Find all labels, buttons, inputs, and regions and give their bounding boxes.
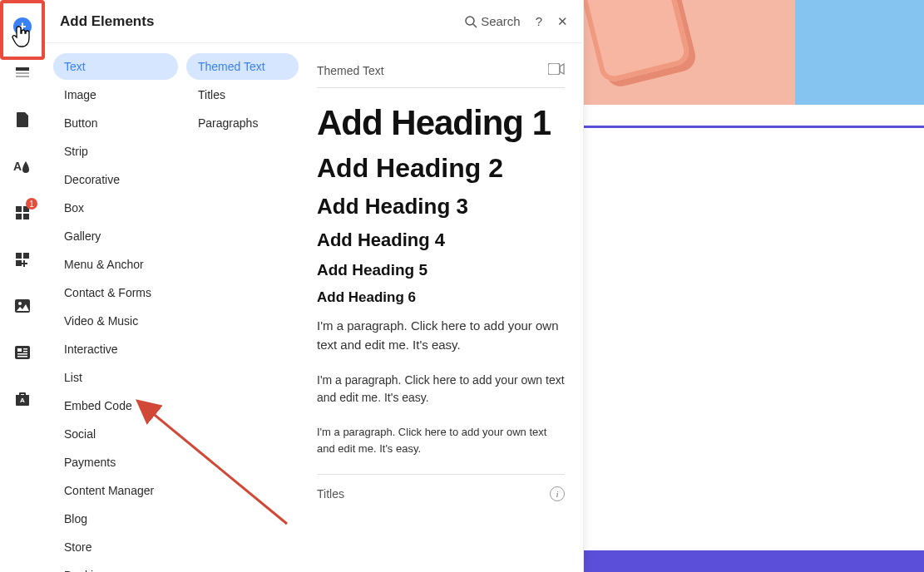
pages-icon[interactable]	[12, 110, 32, 130]
category-item-bookings[interactable]: Bookings	[53, 562, 178, 572]
search-button[interactable]: Search	[464, 14, 521, 28]
section-header-titles: Titles i	[317, 474, 565, 510]
pointer-cursor-icon	[12, 25, 32, 50]
device-mockup	[577, 0, 692, 84]
category-item-menu-anchor[interactable]: Menu & Anchor	[53, 251, 178, 278]
svg-text:A: A	[20, 397, 25, 404]
category-item-video-music[interactable]: Video & Music	[53, 308, 178, 334]
svg-rect-6	[16, 214, 22, 219]
content-icon[interactable]	[12, 343, 32, 362]
hero-strip	[584, 0, 924, 105]
svg-rect-14	[17, 353, 27, 355]
heading-1-sample[interactable]: Add Heading 1	[317, 103, 565, 143]
svg-rect-15	[17, 356, 27, 358]
svg-rect-7	[23, 214, 29, 219]
svg-rect-2	[16, 76, 29, 77]
heading-6-sample[interactable]: Add Heading 6	[317, 289, 565, 306]
paragraph-sample-3[interactable]: I'm a paragraph. Click here to add your …	[317, 424, 565, 457]
category-item-image[interactable]: Image	[53, 81, 178, 108]
search-icon	[464, 15, 477, 28]
svg-point-9	[18, 302, 22, 305]
info-icon[interactable]: i	[550, 486, 565, 501]
heading-2-sample[interactable]: Add Heading 2	[317, 153, 565, 184]
video-icon[interactable]	[548, 63, 565, 77]
editor-canvas	[584, 0, 924, 572]
media-icon[interactable]	[12, 296, 32, 316]
category-item-gallery[interactable]: Gallery	[53, 223, 178, 249]
category-item-store[interactable]: Store	[53, 534, 178, 560]
paragraph-sample-2[interactable]: I'm a paragraph. Click here to add your …	[317, 372, 565, 407]
svg-rect-10	[15, 346, 30, 359]
footer-bar	[584, 550, 924, 572]
svg-rect-13	[23, 351, 27, 353]
subcategory-column: Themed TextTitlesParagraphs	[178, 43, 299, 572]
category-item-social[interactable]: Social	[53, 421, 178, 447]
svg-rect-1	[16, 72, 29, 74]
category-item-embed-code[interactable]: Embed Code	[53, 392, 178, 419]
svg-point-17	[466, 17, 474, 25]
section-label: Titles	[317, 487, 344, 500]
subcategory-item-titles[interactable]: Titles	[186, 81, 299, 108]
category-item-blog[interactable]: Blog	[53, 505, 178, 532]
category-column: TextImageButtonStripDecorativeBoxGallery…	[45, 43, 178, 572]
add-apps-icon[interactable]	[12, 249, 32, 269]
app-market-icon[interactable]: 1	[12, 203, 32, 223]
category-item-button[interactable]: Button	[53, 110, 178, 136]
section-header-themed-text: Themed Text	[317, 55, 565, 88]
preview-column: Themed Text Add Heading 1 Add Heading 2 …	[299, 43, 583, 572]
section-label: Themed Text	[317, 64, 384, 77]
badge: 1	[26, 198, 37, 210]
category-item-payments[interactable]: Payments	[53, 449, 178, 476]
svg-rect-12	[23, 348, 27, 350]
category-item-decorative[interactable]: Decorative	[53, 166, 178, 193]
category-item-contact-forms[interactable]: Contact & Forms	[53, 279, 178, 306]
close-button[interactable]: ✕	[557, 14, 568, 29]
left-toolbar: + A 1 A	[0, 0, 45, 572]
svg-rect-4	[16, 206, 22, 212]
heading-4-sample[interactable]: Add Heading 4	[317, 229, 565, 251]
category-item-box[interactable]: Box	[53, 195, 178, 221]
category-item-interactive[interactable]: Interactive	[53, 336, 178, 362]
svg-rect-11	[17, 348, 22, 352]
subcategory-item-themed-text[interactable]: Themed Text	[186, 53, 299, 80]
subcategory-item-paragraphs[interactable]: Paragraphs	[186, 110, 299, 136]
svg-text:A: A	[13, 160, 22, 173]
category-item-strip[interactable]: Strip	[53, 138, 178, 165]
sections-icon[interactable]	[12, 63, 32, 83]
svg-rect-0	[16, 67, 29, 71]
category-item-text[interactable]: Text	[53, 53, 178, 80]
paragraph-sample-1[interactable]: I'm a paragraph. Click here to add your …	[317, 316, 565, 355]
search-label: Search	[481, 14, 521, 28]
business-icon[interactable]: A	[12, 389, 32, 409]
design-icon[interactable]: A	[12, 156, 32, 176]
svg-rect-19	[548, 63, 560, 75]
heading-5-sample[interactable]: Add Heading 5	[317, 261, 565, 279]
category-item-content-manager[interactable]: Content Manager	[53, 477, 178, 504]
svg-line-18	[473, 24, 477, 27]
panel-title: Add Elements	[60, 13, 154, 30]
panel-actions: Search ? ✕	[464, 14, 568, 29]
category-item-list[interactable]: List	[53, 364, 178, 391]
add-elements-panel: Add Elements Search ? ✕ TextImageButtonS…	[45, 0, 584, 572]
help-button[interactable]: ?	[536, 14, 542, 28]
heading-3-sample[interactable]: Add Heading 3	[317, 194, 565, 219]
panel-header: Add Elements Search ? ✕	[45, 0, 583, 43]
